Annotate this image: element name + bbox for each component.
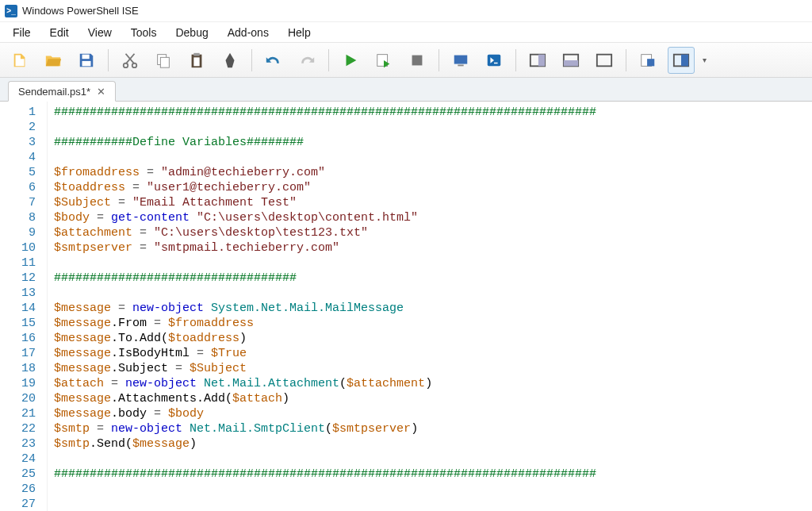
code-line[interactable]: $attachment = "C:\users\desktop\test123.… <box>54 225 806 240</box>
code-line[interactable] <box>54 286 806 301</box>
code-line[interactable]: $attach = new-object Net.Mail.Attachment… <box>54 376 806 391</box>
svg-rect-1 <box>82 60 91 65</box>
code-line[interactable]: $message.Attachments.Add($attach) <box>54 391 806 406</box>
code-line[interactable] <box>54 482 806 497</box>
toolbar-separator <box>328 49 329 71</box>
code-line[interactable]: ########################################… <box>54 105 806 120</box>
line-number: 12 <box>0 271 36 286</box>
toolbar-separator <box>108 49 109 71</box>
line-number: 3 <box>0 135 36 150</box>
pane-full-icon <box>596 52 613 69</box>
menu-edit[interactable]: Edit <box>42 24 77 41</box>
stop-button[interactable] <box>404 47 431 74</box>
pane-bottom-icon <box>562 52 580 69</box>
line-number: 18 <box>0 361 36 376</box>
line-number: 24 <box>0 451 36 467</box>
show-script-pane-top-button[interactable] <box>557 47 584 74</box>
toolbar-separator <box>439 49 439 71</box>
new-button[interactable] <box>6 47 33 74</box>
toolbar-separator <box>626 49 626 71</box>
svg-rect-0 <box>82 54 90 59</box>
tab-sendemail[interactable]: Sendemail.ps1* ✕ <box>8 81 116 102</box>
titlebar: >_ Windows PowerShell ISE <box>0 0 812 22</box>
code-area[interactable]: ########################################… <box>48 102 812 511</box>
line-number: 13 <box>0 286 36 301</box>
code-line[interactable]: $fromaddress = "admin@techieberry.com" <box>54 165 806 180</box>
start-powershell-button[interactable] <box>481 47 508 74</box>
menu-tools[interactable]: Tools <box>123 24 165 41</box>
new-icon <box>11 52 29 69</box>
save-icon <box>78 52 95 69</box>
redo-button[interactable] <box>293 47 320 74</box>
svg-rect-17 <box>564 60 578 66</box>
menu-addons[interactable]: Add-ons <box>220 24 277 41</box>
cut-icon <box>121 52 139 69</box>
save-button[interactable] <box>73 47 100 74</box>
code-line[interactable]: $message.To.Add($toaddress) <box>54 331 806 346</box>
cut-button[interactable] <box>117 47 144 74</box>
close-icon[interactable]: ✕ <box>97 86 105 97</box>
line-gutter: 1234567891011121314151617181920212223242… <box>0 102 48 511</box>
clear-button[interactable] <box>216 47 243 74</box>
svg-rect-18 <box>597 54 611 66</box>
code-line[interactable]: $message.From = $fromaddress <box>54 316 806 331</box>
line-number: 16 <box>0 331 36 346</box>
code-line[interactable] <box>54 497 806 511</box>
line-number: 2 <box>0 120 36 135</box>
menubar: File Edit View Tools Debug Add-ons Help <box>0 22 812 43</box>
code-line[interactable] <box>54 150 806 165</box>
code-line[interactable]: $smtp = new-object Net.Mail.SmtpClient($… <box>54 421 806 436</box>
code-line[interactable]: $message = new-object System.Net.Mail.Ma… <box>54 301 806 316</box>
run-button[interactable] <box>337 47 364 74</box>
run-selection-button[interactable] <box>370 47 397 74</box>
line-number: 7 <box>0 195 36 210</box>
svg-point-3 <box>132 63 137 67</box>
show-script-pane-max-button[interactable] <box>591 47 618 74</box>
line-number: 1 <box>0 105 36 120</box>
show-command-addon-button[interactable] <box>634 47 661 74</box>
line-number: 21 <box>0 406 36 421</box>
code-line[interactable]: $message.Subject = $Subject <box>54 361 806 376</box>
app-icon: >_ <box>5 5 17 17</box>
open-button[interactable] <box>40 47 67 74</box>
svg-rect-11 <box>454 55 468 63</box>
show-script-pane-right-button[interactable] <box>524 47 551 74</box>
code-line[interactable]: $body = get-content "C:\users\desktop\co… <box>54 210 806 225</box>
window-title: Windows PowerShell ISE <box>22 5 139 17</box>
menu-file[interactable]: File <box>5 24 39 41</box>
menu-debug[interactable]: Debug <box>167 24 216 41</box>
code-line[interactable]: $message.IsBodyHtml = $True <box>54 346 806 361</box>
code-line[interactable]: ################################## <box>54 271 806 286</box>
show-command-window-button[interactable] <box>668 47 695 74</box>
code-line[interactable]: $smtp.Send($message) <box>54 436 806 451</box>
tab-label: Sendemail.ps1* <box>18 86 90 98</box>
code-line[interactable] <box>54 120 806 135</box>
code-line[interactable]: $smtpserver = "smtpmail.techieberry.com" <box>54 240 806 256</box>
line-number: 5 <box>0 165 36 180</box>
menu-help[interactable]: Help <box>280 24 319 41</box>
code-line[interactable]: ###########Define Variables######## <box>54 135 806 150</box>
line-number: 4 <box>0 150 36 165</box>
svg-rect-10 <box>412 55 423 65</box>
toolbar-overflow-icon[interactable]: ▾ <box>701 56 707 64</box>
paste-button[interactable] <box>183 47 210 74</box>
remote-icon <box>452 52 469 69</box>
undo-icon <box>265 52 282 69</box>
code-line[interactable] <box>54 256 806 271</box>
new-remote-button[interactable] <box>447 47 474 74</box>
copy-button[interactable] <box>150 47 177 74</box>
menu-view[interactable]: View <box>80 24 120 41</box>
powershell-icon <box>485 52 503 69</box>
code-line[interactable]: $toaddress = "user1@techieberry.com" <box>54 180 806 195</box>
code-line[interactable]: ########################################… <box>54 467 806 482</box>
toolbar-separator <box>515 49 516 71</box>
editor[interactable]: 1234567891011121314151617181920212223242… <box>0 102 812 511</box>
redo-icon <box>298 52 316 69</box>
code-line[interactable] <box>54 451 806 467</box>
line-number: 19 <box>0 376 36 391</box>
line-number: 14 <box>0 301 36 316</box>
code-line[interactable]: $Subject = "Email Attachment Test" <box>54 195 806 210</box>
undo-button[interactable] <box>260 47 287 74</box>
code-line[interactable]: $message.body = $body <box>54 406 806 421</box>
line-number: 15 <box>0 316 36 331</box>
